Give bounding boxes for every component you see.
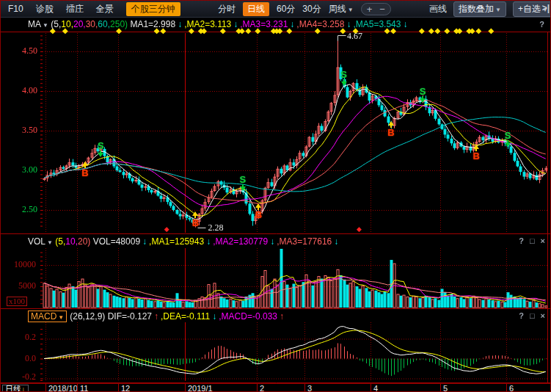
sell-signal-marker: S (417, 87, 428, 103)
chevron-down-icon: ▼ (43, 22, 48, 29)
month-label: 2 (260, 385, 264, 392)
close-icon[interactable]: × (541, 236, 545, 245)
trend-arrow: ↓ (290, 19, 294, 29)
ma2-value: ,MA2=3.113 (184, 19, 231, 29)
macd-dropdown[interactable]: MACD▼ (28, 311, 67, 322)
maximize-icon[interactable]: □ (530, 311, 535, 320)
arrow-down-icon (98, 153, 103, 157)
macd-value: ,MACD=-0.033 (219, 311, 277, 322)
sell-signal-marker: S (95, 141, 106, 157)
stock-3min-button[interactable]: 个股三分钟 (126, 2, 180, 16)
month-label: 11 (80, 385, 88, 392)
period-switch-group: 分时 日线 60分 30分 周线▼ +− (218, 1, 391, 17)
stock-chart-window: F10 诊股 擂庄 全景 个股三分钟 分时 日线 60分 30分 周线▼ +− … (0, 0, 551, 392)
ex-dividend-diamond-icon: ◆ (357, 226, 362, 233)
month-tick (45, 384, 46, 392)
dea-value: ,DEA=-0.111 (161, 311, 210, 322)
vol-dropdown[interactable]: VOL▼ (28, 236, 53, 247)
maximize-icon[interactable]: □ (530, 236, 535, 245)
vol-value: VOL=48009 (93, 236, 140, 247)
vol-ma3-value: ,MA3=177616 (277, 236, 332, 247)
trend-arrow: ↓ (403, 19, 407, 29)
close-icon[interactable]: × (541, 311, 545, 320)
price-axis-label: 4.00 (5, 85, 37, 96)
period-weekly-dropdown[interactable]: 周线▼ (329, 3, 354, 15)
volume-unit-label: x100 (7, 297, 27, 306)
buy-signal-marker: B (189, 211, 201, 228)
arrow-down-icon: ↓ (21, 385, 26, 392)
trend-arrow: ↓ (178, 19, 182, 29)
vol-ma2-value: ,MA2=130779 (213, 236, 268, 247)
trend-arrow: ↓ (270, 236, 274, 247)
period-60min[interactable]: 60分 (277, 3, 295, 15)
buy-signal-marker: B (385, 121, 397, 137)
macd-axis-label: -0.2 (5, 371, 36, 382)
period-indicator-box[interactable]: 日线↓ (2, 385, 29, 392)
zoom-in-button[interactable]: + (367, 4, 373, 14)
trend-arrow: ↓ (212, 311, 216, 322)
sell-signal-marker: S (502, 131, 514, 147)
menu-panorama[interactable]: 全景 (96, 3, 114, 15)
buy-signal-marker: B (79, 161, 91, 178)
trend-arrow: ↓ (206, 236, 211, 247)
period-daily[interactable]: 日线 (243, 2, 269, 16)
trend-arrow: ↓ (334, 236, 338, 247)
menu-banker-detect[interactable]: 擂庄 (66, 3, 84, 15)
macd-params: (26,12,9) (70, 311, 105, 322)
month-label: 6 (509, 385, 514, 392)
toolbar-left-group: F10 诊股 擂庄 全景 个股三分钟 (8, 1, 180, 17)
vol-params: (5, (55, 236, 65, 247)
month-label: 5 (443, 385, 448, 392)
buy-signal-marker: B (470, 145, 482, 161)
month-label: 3 (307, 385, 312, 392)
sell-signal-marker: S (338, 70, 350, 86)
ma3-value: ,MA3=3.231 (240, 19, 288, 29)
ma1-value: MA1=2.998 (130, 19, 175, 29)
draw-line-button[interactable]: 画线 (429, 3, 447, 15)
sell-signal-marker: S (237, 175, 249, 191)
arrow-down-icon (341, 81, 347, 86)
chevron-down-icon: ▼ (495, 7, 501, 13)
arrow-down-icon (240, 186, 246, 191)
trend-arrow: ↑ (154, 311, 158, 322)
menu-diagnose-stock[interactable]: 诊股 (36, 3, 54, 15)
price-annotation: 2.28 (208, 223, 223, 232)
index-overlay-dropdown[interactable]: 指数叠加▼ (453, 1, 506, 17)
arrow-down-icon (420, 98, 426, 103)
month-tick (506, 384, 507, 392)
month-tick (304, 384, 305, 392)
top-toolbar: F10 诊股 擂庄 全景 个股三分钟 分时 日线 60分 30分 周线▼ +− … (1, 1, 551, 18)
ex-dividend-diamond-icon: ◆ (164, 226, 169, 233)
menu-f10[interactable]: F10 (8, 4, 23, 14)
toolbar-right-group: 画线 指数叠加▼ +自选▼ (429, 1, 551, 17)
collapse-panel-icon[interactable]: >| (542, 3, 550, 13)
macd-indicator-bar: MACD▼ (26,12,9) DIF=-0.127↑ ,DEA=-0.111↓… (1, 311, 547, 322)
macd-axis-label: 0.0 (5, 353, 36, 364)
volume-axis-label: 5000 (5, 280, 36, 291)
month-tick (118, 384, 119, 392)
month-label: 2019/1 (188, 385, 213, 392)
price-annotation: 4.67 (347, 32, 362, 40)
month-label: 12 (121, 385, 130, 392)
price-axis-label: 4.50 (5, 46, 37, 57)
month-tick (440, 384, 441, 392)
zoom-controls: +− (361, 3, 391, 15)
period-intraday[interactable]: 分时 (218, 3, 236, 15)
help-icon[interactable]: ? (519, 311, 524, 320)
zoom-out-button[interactable]: − (379, 4, 385, 14)
chevron-down-icon: ▼ (47, 239, 53, 246)
macd-axis-label: 0.2 (5, 332, 36, 343)
trend-arrow: ↓ (346, 19, 351, 29)
arrow-down-icon (505, 142, 511, 147)
ma4-value: ,MA4=3.258 (296, 19, 344, 29)
month-tick (77, 384, 78, 392)
help-icon[interactable]: ? (519, 236, 524, 245)
ma-dropdown[interactable]: MA▼ (28, 19, 48, 29)
vol-pane-icons: ? □ × (519, 236, 545, 245)
help-icon[interactable]: ? (539, 20, 544, 29)
ma5-value: ,MA5=3.543 (353, 19, 401, 29)
price-axis-label: 3.00 (5, 164, 37, 175)
volume-axis-label: 10000 (5, 259, 36, 270)
period-30min[interactable]: 30分 (302, 3, 321, 15)
kline-chart-canvas[interactable] (1, 1, 551, 392)
